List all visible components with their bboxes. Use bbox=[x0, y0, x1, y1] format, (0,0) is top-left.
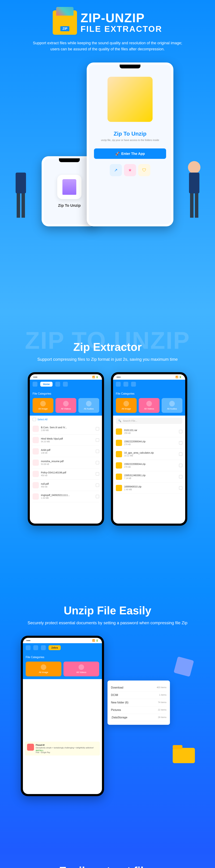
app-header bbox=[113, 380, 185, 389]
file-item[interactable]: monisha_resume.pdf53.08 kB bbox=[33, 457, 99, 468]
file-item[interactable]: Ankit.pdf138 kB bbox=[33, 446, 99, 457]
file-item[interactable]: Policy-D041140198.pdf450 kB bbox=[33, 468, 99, 479]
file-checkbox[interactable] bbox=[179, 441, 182, 444]
phones-two-column: ●●●📶 🔋 Home File Categories All Image Al… bbox=[7, 372, 208, 526]
file-list-right: 0101101.rar255 kB 1592222090044.zip270 k… bbox=[113, 426, 185, 494]
svg-rect-10 bbox=[173, 745, 182, 749]
file-type-icon bbox=[33, 493, 39, 500]
folder-item[interactable]: .DataStorage28 items bbox=[111, 714, 167, 721]
chip-label: All Videos bbox=[76, 671, 86, 674]
chip-all-audios[interactable]: All Audios bbox=[162, 398, 182, 413]
file-item[interactable]: 10_gps_area_calculator.zip10.11 MB bbox=[116, 448, 182, 460]
folder-icon[interactable] bbox=[123, 382, 128, 386]
ad-title: Flood-It! bbox=[36, 744, 98, 746]
chip-all-image[interactable]: All Image bbox=[33, 398, 53, 413]
file-item[interactable]: 1595312463361.zip7.14 kB bbox=[116, 471, 182, 483]
ad-install-button[interactable]: INSTALL bbox=[36, 749, 98, 751]
file-type-icon bbox=[116, 473, 122, 480]
image-icon bbox=[123, 401, 129, 406]
file-checkbox[interactable] bbox=[96, 472, 99, 476]
folder-icon[interactable] bbox=[33, 645, 38, 650]
title-stack: ZIP-UNZIP FILE EXTRACTOR bbox=[80, 12, 162, 34]
file-name: null.pdf bbox=[41, 483, 94, 485]
svg-rect-2 bbox=[16, 193, 20, 218]
folder-item[interactable]: New folder (6)74 items bbox=[111, 699, 167, 706]
file-item[interactable]: Hind Weds Vipul.pdf54.33 MB bbox=[33, 435, 99, 446]
archive-icon[interactable] bbox=[131, 382, 136, 386]
enter-app-button[interactable]: 🚀 Enter The App bbox=[94, 148, 166, 159]
file-size: 1.34 MB bbox=[41, 497, 94, 499]
file-checkbox[interactable] bbox=[179, 453, 182, 456]
phone-notch bbox=[59, 158, 80, 162]
select-all-label: Select All bbox=[37, 418, 47, 421]
file-checkbox[interactable] bbox=[179, 430, 182, 433]
folder-item[interactable]: DCIM1 items bbox=[111, 691, 167, 699]
folder-count: 28 items bbox=[158, 716, 167, 719]
phone-large: Zip To Unzip unzip file, zip your or hav… bbox=[87, 62, 173, 226]
share-button[interactable]: ↗ bbox=[110, 164, 122, 176]
svg-rect-1 bbox=[15, 173, 26, 193]
file-name: 1592222090044.zip bbox=[124, 463, 177, 465]
chip-all-image[interactable]: All Image bbox=[26, 661, 61, 676]
folder-name: New folder (6) bbox=[111, 701, 128, 704]
folder-icon[interactable] bbox=[55, 382, 60, 386]
video-icon bbox=[63, 401, 69, 406]
file-item[interactable]: imgtopdf_040920211111...1.34 MB bbox=[33, 491, 99, 502]
file-checkbox[interactable] bbox=[96, 450, 99, 453]
chip-label: All Image bbox=[121, 407, 131, 410]
file-name: Hind Weds Vipul.pdf bbox=[41, 437, 94, 440]
archive-icon[interactable] bbox=[63, 382, 68, 386]
file-checkbox[interactable] bbox=[96, 461, 99, 464]
file-checkbox[interactable] bbox=[179, 486, 182, 490]
file-type-icon bbox=[116, 440, 122, 446]
file-checkbox[interactable] bbox=[96, 484, 99, 487]
home-icon[interactable] bbox=[33, 382, 37, 386]
chip-label: All Image bbox=[38, 407, 48, 410]
file-item[interactable]: B.Com. Sem.III and IV...2.69 MB bbox=[33, 423, 99, 435]
person-illustration-right bbox=[177, 157, 212, 226]
file-checkbox[interactable] bbox=[96, 438, 99, 442]
phone-zip-list: ●●●📶 🔋 File Categories All Image All Vid… bbox=[111, 372, 187, 526]
favorite-button[interactable]: ★ bbox=[124, 164, 136, 176]
file-item[interactable]: 1699940010.zip2.49 MB bbox=[116, 483, 182, 494]
file-checkbox[interactable] bbox=[179, 464, 182, 467]
search-input[interactable]: 🔍 Search File... bbox=[116, 418, 182, 424]
home-tab[interactable]: Home bbox=[40, 382, 52, 386]
svg-rect-9 bbox=[173, 748, 195, 763]
select-all-row[interactable]: Select All bbox=[30, 415, 102, 423]
section-description: Support compressing files to Zip format … bbox=[7, 357, 208, 362]
phone-folder-view: ●●●📶 🔋 Zebra File Categories All Image A… bbox=[21, 636, 104, 796]
folder-item[interactable]: Download403 items bbox=[111, 684, 167, 691]
file-checkbox[interactable] bbox=[96, 495, 99, 498]
file-checkbox[interactable] bbox=[96, 427, 99, 431]
file-checkbox[interactable] bbox=[179, 475, 182, 478]
home-icon[interactable] bbox=[116, 382, 121, 386]
settings-button[interactable]: 🛡 bbox=[138, 164, 150, 176]
status-bar: ●●●📶 🔋 bbox=[30, 374, 102, 380]
file-item[interactable]: 0101101.rar255 kB bbox=[116, 426, 182, 437]
home-icon[interactable] bbox=[26, 645, 31, 650]
ad-app-icon bbox=[27, 744, 34, 751]
phone-notch bbox=[120, 65, 140, 68]
ad-description: Deceptively simple + tantalizingly chall… bbox=[36, 747, 98, 749]
decorative-folder bbox=[170, 740, 198, 767]
chip-all-videos[interactable]: All Videos bbox=[56, 398, 76, 413]
file-name: 1592222090044.zip bbox=[124, 440, 177, 443]
file-item[interactable]: 1592222090044.zip270 kB bbox=[116, 460, 182, 471]
zebra-tab[interactable]: Zebra bbox=[48, 645, 61, 650]
chip-all-image[interactable]: All Image bbox=[116, 398, 137, 413]
zip-extractor-section: ZIP TO UNZIP Zip Extractor Support compr… bbox=[0, 312, 215, 590]
chip-all-videos[interactable]: All Videos bbox=[64, 661, 99, 676]
ad-banner[interactable]: Flood-It! Deceptively simple + tantalizi… bbox=[25, 742, 100, 755]
welcome-subtitle: unzip file, zip your or have access to t… bbox=[94, 139, 166, 142]
folder-count: 1 items bbox=[159, 693, 167, 696]
file-type-icon bbox=[33, 460, 39, 466]
chip-all-videos[interactable]: All Videos bbox=[139, 398, 159, 413]
folder-name: Download bbox=[111, 686, 123, 689]
folder-item[interactable]: Pictures22 items bbox=[111, 706, 167, 714]
file-type-icon bbox=[33, 482, 39, 488]
file-item[interactable]: 1592222090044.zip270 kB bbox=[116, 437, 182, 448]
file-item[interactable]: null.pdf450 kB bbox=[33, 479, 99, 491]
archive-icon[interactable] bbox=[41, 645, 46, 650]
chip-all-audios[interactable]: All Audios bbox=[78, 398, 99, 413]
